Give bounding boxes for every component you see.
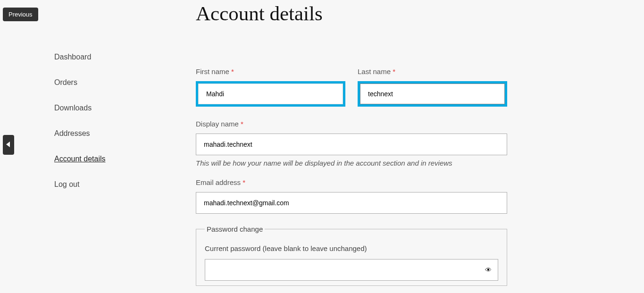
email-label: Email address *: [196, 178, 507, 186]
first-name-highlight: [196, 81, 345, 107]
last-name-label: Last name *: [358, 67, 507, 75]
last-name-highlight: [358, 81, 507, 107]
page-title: Account details: [196, 2, 507, 25]
password-change-fieldset: Password change Current password (leave …: [196, 225, 507, 286]
required-marker: *: [393, 67, 395, 75]
required-marker: *: [241, 120, 243, 128]
password-change-legend: Password change: [205, 225, 265, 233]
main-content: Account details First name * Last name *: [196, 0, 526, 286]
eye-icon[interactable]: 👁: [485, 266, 492, 274]
sidebar-item-dashboard[interactable]: Dashboard: [54, 53, 196, 61]
current-password-input[interactable]: [205, 259, 498, 281]
svg-marker-0: [6, 142, 10, 147]
sidebar-item-addresses[interactable]: Addresses: [54, 129, 196, 138]
display-name-label: Display name *: [196, 120, 507, 128]
triangle-left-icon: [6, 141, 11, 149]
side-expand-tab[interactable]: [3, 135, 14, 155]
last-name-input[interactable]: [360, 84, 505, 104]
display-name-hint: This will be how your name will be displ…: [196, 159, 507, 167]
sidebar-item-log-out[interactable]: Log out: [54, 180, 196, 189]
email-input[interactable]: [196, 192, 507, 214]
display-name-input[interactable]: [196, 134, 507, 155]
current-password-label: Current password (leave blank to leave u…: [205, 244, 498, 252]
previous-button[interactable]: Previous: [3, 8, 38, 21]
sidebar-item-account-details[interactable]: Account details: [54, 155, 196, 163]
sidebar-item-downloads[interactable]: Downloads: [54, 104, 196, 112]
first-name-label: First name *: [196, 67, 345, 75]
account-sidebar: Dashboard Orders Downloads Addresses Acc…: [54, 0, 196, 286]
required-marker: *: [243, 178, 245, 186]
required-marker: *: [231, 67, 234, 75]
sidebar-item-orders[interactable]: Orders: [54, 78, 196, 87]
first-name-input[interactable]: [198, 84, 343, 104]
